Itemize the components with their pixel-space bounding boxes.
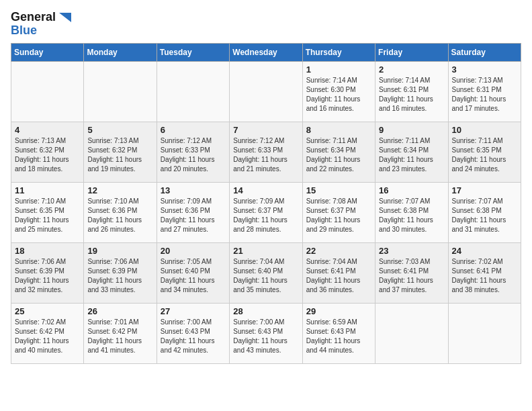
calendar-cell: 24Sunrise: 7:02 AM Sunset: 6:41 PM Dayli… (448, 242, 521, 303)
calendar-cell: 26Sunrise: 7:01 AM Sunset: 6:42 PM Dayli… (84, 303, 157, 363)
calendar-cell (84, 61, 157, 122)
calendar-cell: 28Sunrise: 7:00 AM Sunset: 6:43 PM Dayli… (230, 303, 302, 363)
calendar-cell: 2Sunrise: 7:14 AM Sunset: 6:31 PM Daylig… (375, 61, 448, 122)
day-number: 1 (306, 64, 371, 75)
day-info: Sunrise: 7:10 AM Sunset: 6:36 PM Dayligh… (87, 197, 152, 234)
calendar-cell: 23Sunrise: 7:03 AM Sunset: 6:41 PM Dayli… (375, 242, 448, 303)
calendar-cell (375, 303, 448, 363)
calendar-cell: 18Sunrise: 7:06 AM Sunset: 6:39 PM Dayli… (11, 242, 84, 303)
day-number: 7 (233, 125, 298, 135)
day-number: 14 (233, 185, 298, 195)
calendar-cell: 14Sunrise: 7:09 AM Sunset: 6:37 PM Dayli… (230, 182, 302, 242)
weekday-header: Wednesday (230, 43, 302, 61)
weekday-header: Thursday (302, 43, 375, 61)
day-number: 9 (379, 125, 444, 135)
svg-marker-0 (59, 13, 71, 22)
day-info: Sunrise: 7:10 AM Sunset: 6:35 PM Dayligh… (15, 197, 80, 234)
day-info: Sunrise: 7:06 AM Sunset: 6:39 PM Dayligh… (15, 257, 80, 295)
calendar-cell: 27Sunrise: 7:00 AM Sunset: 6:43 PM Dayli… (157, 303, 229, 363)
day-info: Sunrise: 7:06 AM Sunset: 6:39 PM Dayligh… (87, 257, 152, 295)
day-info: Sunrise: 7:13 AM Sunset: 6:32 PM Dayligh… (15, 136, 80, 174)
day-number: 8 (306, 125, 371, 135)
calendar-header: SundayMondayTuesdayWednesdayThursdayFrid… (11, 43, 521, 61)
calendar-week-row: 11Sunrise: 7:10 AM Sunset: 6:35 PM Dayli… (11, 182, 521, 242)
day-info: Sunrise: 7:14 AM Sunset: 6:31 PM Dayligh… (379, 76, 444, 113)
weekday-header: Tuesday (157, 43, 229, 61)
day-number: 27 (161, 306, 226, 316)
calendar-week-row: 25Sunrise: 7:02 AM Sunset: 6:42 PM Dayli… (11, 303, 521, 363)
day-info: Sunrise: 7:11 AM Sunset: 6:34 PM Dayligh… (379, 136, 444, 174)
calendar-cell: 7Sunrise: 7:12 AM Sunset: 6:33 PM Daylig… (230, 122, 302, 182)
day-info: Sunrise: 7:08 AM Sunset: 6:37 PM Dayligh… (306, 197, 371, 234)
calendar-cell: 19Sunrise: 7:06 AM Sunset: 6:39 PM Dayli… (84, 242, 157, 303)
day-info: Sunrise: 7:05 AM Sunset: 6:40 PM Dayligh… (161, 257, 226, 295)
day-number: 6 (161, 125, 226, 135)
day-info: Sunrise: 7:13 AM Sunset: 6:31 PM Dayligh… (452, 76, 517, 113)
day-info: Sunrise: 7:02 AM Sunset: 6:42 PM Dayligh… (15, 318, 80, 355)
day-info: Sunrise: 7:07 AM Sunset: 6:38 PM Dayligh… (452, 197, 517, 234)
weekday-header: Monday (84, 43, 157, 61)
calendar-table: SundayMondayTuesdayWednesdayThursdayFrid… (11, 43, 521, 364)
day-number: 3 (452, 64, 517, 75)
day-info: Sunrise: 7:02 AM Sunset: 6:41 PM Dayligh… (452, 257, 517, 295)
calendar-cell: 12Sunrise: 7:10 AM Sunset: 6:36 PM Dayli… (84, 182, 157, 242)
day-number: 20 (161, 246, 226, 256)
day-number: 11 (15, 185, 80, 195)
day-info: Sunrise: 7:09 AM Sunset: 6:37 PM Dayligh… (233, 197, 298, 234)
calendar-cell: 22Sunrise: 7:04 AM Sunset: 6:41 PM Dayli… (302, 242, 375, 303)
calendar-week-row: 18Sunrise: 7:06 AM Sunset: 6:39 PM Dayli… (11, 242, 521, 303)
calendar-cell: 6Sunrise: 7:12 AM Sunset: 6:33 PM Daylig… (157, 122, 229, 182)
calendar-cell: 3Sunrise: 7:13 AM Sunset: 6:31 PM Daylig… (448, 61, 521, 122)
calendar-cell (230, 61, 302, 122)
day-info: Sunrise: 7:09 AM Sunset: 6:36 PM Dayligh… (161, 197, 226, 234)
day-number: 23 (379, 246, 444, 256)
day-number: 25 (15, 306, 80, 316)
calendar-cell: 17Sunrise: 7:07 AM Sunset: 6:38 PM Dayli… (448, 182, 521, 242)
day-number: 13 (161, 185, 226, 195)
day-info: Sunrise: 7:00 AM Sunset: 6:43 PM Dayligh… (161, 318, 226, 355)
calendar-cell: 1Sunrise: 7:14 AM Sunset: 6:30 PM Daylig… (302, 61, 375, 122)
calendar-cell: 29Sunrise: 6:59 AM Sunset: 6:43 PM Dayli… (302, 303, 375, 363)
day-info: Sunrise: 7:12 AM Sunset: 6:33 PM Dayligh… (161, 136, 226, 174)
calendar-cell: 10Sunrise: 7:11 AM Sunset: 6:35 PM Dayli… (448, 122, 521, 182)
calendar-week-row: 1Sunrise: 7:14 AM Sunset: 6:30 PM Daylig… (11, 61, 521, 122)
day-number: 26 (87, 306, 152, 316)
calendar-cell: 15Sunrise: 7:08 AM Sunset: 6:37 PM Dayli… (302, 182, 375, 242)
calendar-cell: 9Sunrise: 7:11 AM Sunset: 6:34 PM Daylig… (375, 122, 448, 182)
calendar-cell: 5Sunrise: 7:13 AM Sunset: 6:32 PM Daylig… (84, 122, 157, 182)
day-number: 17 (452, 185, 517, 195)
day-number: 22 (306, 246, 371, 256)
calendar-cell (11, 61, 84, 122)
calendar-week-row: 4Sunrise: 7:13 AM Sunset: 6:32 PM Daylig… (11, 122, 521, 182)
day-info: Sunrise: 7:01 AM Sunset: 6:42 PM Dayligh… (87, 318, 152, 355)
day-number: 24 (452, 246, 517, 256)
day-info: Sunrise: 6:59 AM Sunset: 6:43 PM Dayligh… (306, 318, 371, 355)
calendar-cell: 8Sunrise: 7:11 AM Sunset: 6:34 PM Daylig… (302, 122, 375, 182)
calendar-cell (448, 303, 521, 363)
day-number: 28 (233, 306, 298, 316)
day-number: 18 (15, 246, 80, 256)
day-info: Sunrise: 7:12 AM Sunset: 6:33 PM Dayligh… (233, 136, 298, 174)
day-number: 21 (233, 246, 298, 256)
day-number: 10 (452, 125, 517, 135)
day-number: 16 (379, 185, 444, 195)
day-info: Sunrise: 7:14 AM Sunset: 6:30 PM Dayligh… (306, 76, 371, 113)
logo: General Blue (11, 11, 71, 38)
calendar-cell: 21Sunrise: 7:04 AM Sunset: 6:40 PM Dayli… (230, 242, 302, 303)
day-info: Sunrise: 7:03 AM Sunset: 6:41 PM Dayligh… (379, 257, 444, 295)
header: General Blue (11, 11, 521, 38)
day-info: Sunrise: 7:04 AM Sunset: 6:41 PM Dayligh… (306, 257, 371, 295)
day-info: Sunrise: 7:04 AM Sunset: 6:40 PM Dayligh… (233, 257, 298, 295)
calendar-cell: 11Sunrise: 7:10 AM Sunset: 6:35 PM Dayli… (11, 182, 84, 242)
day-info: Sunrise: 7:11 AM Sunset: 6:34 PM Dayligh… (306, 136, 371, 174)
calendar-cell: 25Sunrise: 7:02 AM Sunset: 6:42 PM Dayli… (11, 303, 84, 363)
day-info: Sunrise: 7:00 AM Sunset: 6:43 PM Dayligh… (233, 318, 298, 355)
day-info: Sunrise: 7:07 AM Sunset: 6:38 PM Dayligh… (379, 197, 444, 234)
day-number: 12 (87, 185, 152, 195)
day-number: 4 (15, 125, 80, 135)
calendar-cell: 4Sunrise: 7:13 AM Sunset: 6:32 PM Daylig… (11, 122, 84, 182)
day-info: Sunrise: 7:13 AM Sunset: 6:32 PM Dayligh… (87, 136, 152, 174)
day-number: 29 (306, 306, 371, 316)
day-number: 15 (306, 185, 371, 195)
day-number: 5 (87, 125, 152, 135)
